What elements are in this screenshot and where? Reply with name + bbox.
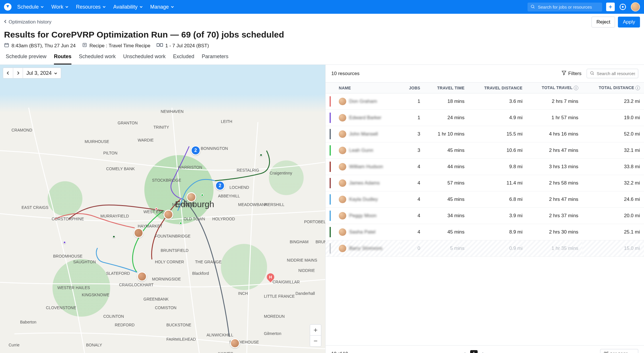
date-navigator: Jul 3, 2024: [3, 68, 61, 79]
tab-schedule-preview[interactable]: Schedule preview: [6, 54, 46, 64]
per-page-selector[interactable]: 25 per page: [600, 349, 638, 353]
map-resource-avatar[interactable]: [137, 272, 147, 281]
cell-total-distance: 32.2 mi: [582, 175, 644, 191]
cell-jobs: 1: [400, 93, 424, 110]
col-travel-time[interactable]: TRAVEL TIME: [424, 83, 468, 93]
cell-jobs: 3: [400, 142, 424, 159]
map-resource-avatar[interactable]: [186, 192, 196, 202]
help-icon[interactable]: [619, 3, 627, 11]
nav-item-resources[interactable]: Resources: [75, 3, 106, 11]
chevron-down-icon: [631, 351, 635, 353]
nav-item-work[interactable]: Work: [51, 3, 69, 11]
cell-travel-distance: 3.9 mi: [468, 208, 526, 224]
map-resource-avatar[interactable]: [164, 210, 173, 219]
range-icon: [157, 42, 163, 49]
reject-button[interactable]: Reject: [592, 17, 615, 28]
recipe-icon: [82, 42, 87, 49]
table-row[interactable]: Edward Barker124 mins4.9 mi1 hr 57 mins1…: [326, 110, 644, 126]
table-row[interactable]: Sasha Patel445 mins8.9 mi2 hrs 30 mins25…: [326, 224, 644, 240]
svg-line-18: [593, 74, 594, 75]
global-search[interactable]: [528, 3, 602, 11]
tab-parameters[interactable]: Parameters: [202, 54, 228, 64]
page-title: Results for CorePVRP Optimization Run — …: [4, 30, 640, 40]
route-stop-dot[interactable]: [112, 235, 115, 238]
per-page-label: 25 per page: [604, 351, 628, 353]
table-row[interactable]: Don Graham118 mins3.6 mi2 hrs 7 mins23.2…: [326, 93, 644, 110]
info-icon[interactable]: i: [574, 86, 578, 90]
page-prev-button[interactable]: [461, 350, 468, 353]
map-cluster-marker[interactable]: 2: [191, 146, 201, 155]
create-button[interactable]: [606, 3, 615, 11]
breadcrumb-label: Optimization history: [9, 19, 51, 25]
resource-search-input[interactable]: [597, 71, 635, 76]
map-resource-avatar[interactable]: [134, 228, 143, 238]
avatar: [339, 114, 346, 121]
table-row[interactable]: Kayla Dudley445 mins6.8 mi2 hrs 47 mins2…: [326, 191, 644, 208]
date-prev-button[interactable]: [3, 68, 13, 78]
table-row[interactable]: Leah Gunn345 mins10.6 mi2 hrs 47 mins32.…: [326, 142, 644, 159]
resource-name: William Hudson: [349, 164, 383, 170]
col-total-distance[interactable]: TOTAL DISTANCEi: [582, 83, 644, 93]
cell-total-distance: 25.1 mi: [582, 224, 644, 240]
route-stop-dot[interactable]: [201, 194, 204, 197]
cell-total-distance: 19.0 mi: [582, 110, 644, 126]
brand-icon[interactable]: [4, 3, 11, 11]
col-name[interactable]: NAME: [335, 83, 400, 93]
tab-unscheduled-work[interactable]: Unscheduled work: [123, 54, 166, 64]
resource-name: Leah Gunn: [349, 148, 373, 153]
table-row[interactable]: John Mansell31 hr 10 mins15.5 mi4 hrs 16…: [326, 126, 644, 142]
route-stop-dot[interactable]: [179, 222, 182, 225]
date-picker[interactable]: Jul 3, 2024: [23, 68, 61, 78]
cell-travel-time: 45 mins: [424, 142, 468, 159]
date-next-button[interactable]: [13, 68, 23, 78]
svg-rect-14: [160, 44, 163, 46]
tab-scheduled-work[interactable]: Scheduled work: [79, 54, 116, 64]
resource-search[interactable]: [587, 69, 638, 78]
table-row[interactable]: Barry Simmons05 mins0.9 mi1 hr 35 mins15…: [326, 240, 644, 257]
page-next-button[interactable]: [479, 350, 487, 353]
global-search-input[interactable]: [538, 5, 599, 9]
map-resource-avatar[interactable]: [230, 338, 240, 348]
nav-item-schedule[interactable]: Schedule: [17, 3, 44, 11]
route-stop-dot[interactable]: [260, 154, 262, 156]
col-total-travel[interactable]: TOTAL TRAVELi: [527, 83, 583, 93]
page-number-button[interactable]: 1: [470, 350, 478, 353]
zoom-out-button[interactable]: −: [310, 336, 321, 346]
cell-total-distance: 24.6 mi: [582, 191, 644, 208]
breadcrumb[interactable]: Optimization history: [4, 19, 51, 25]
info-icon[interactable]: i: [635, 86, 640, 90]
map-panel[interactable]: Jul 3, 2024 CRAMONDNEWHAVENLEITHTRINIT: [0, 65, 326, 353]
resource-name: John Mansell: [349, 131, 378, 137]
nav-item-manage[interactable]: Manage: [150, 3, 175, 11]
cell-travel-distance: 10.6 mi: [468, 142, 526, 159]
tab-routes[interactable]: Routes: [54, 54, 71, 64]
tab-excluded[interactable]: Excluded: [173, 54, 194, 64]
date-value: Jul 3, 2024: [26, 70, 52, 76]
nav-item-availability[interactable]: Availability: [113, 3, 143, 11]
chevron-down-icon: [139, 4, 143, 10]
route-stop-dot[interactable]: [155, 207, 158, 210]
avatar: [339, 163, 346, 170]
zoom-in-button[interactable]: +: [310, 325, 321, 336]
map-cluster-marker[interactable]: 2: [215, 181, 225, 191]
cell-jobs: 4: [400, 191, 424, 208]
table-row[interactable]: James Adams457 mins11.4 mi2 hrs 58 mins3…: [326, 175, 644, 191]
chevron-down-icon: [65, 4, 69, 10]
svg-point-5: [622, 6, 623, 7]
cell-travel-distance: 11.4 mi: [468, 175, 526, 191]
table-row[interactable]: William Hudson444 mins9.8 mi3 hrs 13 min…: [326, 159, 644, 175]
cell-total-travel: 1 hr 35 mins: [527, 240, 583, 257]
filters-button[interactable]: Filters: [561, 70, 581, 77]
cell-jobs: 1: [400, 110, 424, 126]
route-stop-dot[interactable]: [63, 241, 66, 244]
filters-label: Filters: [568, 71, 581, 77]
avatar: [339, 98, 346, 105]
apply-button[interactable]: Apply: [618, 17, 640, 28]
table-row[interactable]: Peggy Moon434 mins3.9 mi2 hrs 37 mins20.…: [326, 208, 644, 224]
col-travel-distance[interactable]: TRAVEL DISTANCE: [468, 83, 526, 93]
col-jobs[interactable]: JOBS: [400, 83, 424, 93]
resource-name: Edward Barker: [349, 115, 381, 121]
cell-total-distance: 23.2 mi: [582, 93, 644, 110]
chevron-down-icon: [102, 4, 106, 10]
user-avatar[interactable]: [631, 2, 640, 11]
